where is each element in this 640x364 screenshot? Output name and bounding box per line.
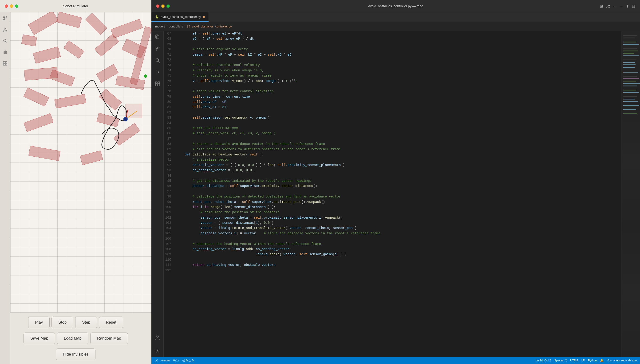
active-tab[interactable]: 🐍 avoid_obstacles_controller.py — [151, 12, 209, 22]
line-number: 105 — [164, 231, 176, 236]
line-number: 91 — [164, 157, 176, 162]
line-number: 97 — [164, 189, 176, 194]
hide-invisibles-button[interactable]: Hide Invisibles — [56, 348, 95, 360]
line-row: 78 # store values for next control itera… — [164, 89, 621, 94]
source-control-activity-icon[interactable] — [153, 44, 161, 52]
line-ending-status[interactable]: LF — [581, 359, 585, 362]
editor-maximize-button[interactable] — [166, 4, 170, 8]
svg-rect-16 — [28, 12, 59, 35]
svg-point-41 — [144, 74, 147, 78]
debug-activity-icon[interactable] — [153, 68, 161, 76]
line-content: linalg.scale( vector, self.sensor_gains[… — [176, 252, 621, 257]
svg-rect-14 — [3, 64, 5, 65]
line-content: sensor_pos, sensor_theta = self.proximit… — [176, 215, 621, 220]
language-mode[interactable]: Python — [588, 359, 597, 362]
line-content: omega = self.kP * eP + self.kI * eI + se… — [176, 52, 621, 57]
line-content: # initialize vector — [176, 157, 621, 162]
line-content: # calculate translational velocity — [176, 62, 621, 68]
line-number: 95 — [164, 178, 176, 184]
error-status[interactable]: ⓪ 0 △ 0 — [182, 358, 193, 362]
svg-rect-22 — [64, 40, 84, 58]
code-editor[interactable]: 67 eI = self.prev_eI + eP*dt 68 eD = ( e… — [164, 31, 621, 357]
search-activity-icon[interactable] — [153, 56, 161, 64]
git-icon[interactable] — [2, 15, 9, 22]
back-icon[interactable]: ← — [613, 4, 616, 8]
svg-rect-23 — [95, 34, 119, 56]
navigation-icon[interactable] — [2, 26, 9, 33]
svg-rect-30 — [24, 88, 49, 106]
editor-close-button[interactable] — [156, 4, 159, 8]
line-row: 107 # accumuate the heading vector withi… — [164, 242, 621, 246]
split-icon[interactable]: ⊞ — [600, 4, 603, 8]
cursor-position[interactable]: Ln 24, Col 2 — [536, 359, 551, 362]
editor-minimize-button[interactable] — [161, 4, 165, 8]
save-map-button[interactable]: Save Map — [24, 332, 55, 344]
line-content: obstacle_vectors = [ [ 0.0, 0.0 ] ] * le… — [176, 162, 621, 168]
stop-button[interactable]: Stop — [52, 316, 73, 328]
notifications-icon[interactable]: 🔔 — [600, 359, 603, 362]
editor-main: 67 eI = self.prev_eI + eP*dt 68 eD = ( e… — [151, 31, 640, 357]
explorer-icon[interactable] — [153, 33, 161, 41]
svg-rect-19 — [111, 19, 143, 38]
breadcrumb-models[interactable]: models — [155, 25, 165, 28]
step-button[interactable]: Step — [75, 316, 97, 328]
svg-rect-78 — [623, 99, 635, 99]
editor-minimap — [621, 31, 640, 357]
robot-icon[interactable] — [2, 49, 9, 56]
close-button[interactable] — [5, 4, 8, 8]
tab-label: avoid_obstacles_controller.py — [161, 15, 201, 18]
line-row: 94 — [164, 173, 621, 178]
playback-controls: Play Stop Step Reset — [28, 316, 123, 328]
line-row: 112 — [164, 268, 621, 273]
simulator-title: Sobot Rimulator — [63, 4, 88, 8]
source-control-icon[interactable]: ⎇ — [606, 4, 610, 8]
git-branch-label[interactable]: master — [161, 359, 170, 362]
play-button[interactable]: Play — [28, 316, 50, 328]
map-controls: Save Map Load Map Random Map — [24, 332, 128, 344]
line-content: ao_heading_vector = [ 0.0, 0.0 ] — [176, 168, 621, 173]
line-content — [176, 84, 621, 89]
grid-icon[interactable] — [2, 60, 9, 67]
line-row: 76 v = self.supervisor.v_max() / ( abs( … — [164, 78, 621, 84]
line-row: 88 # return a obstacle avoidance vector … — [164, 141, 621, 146]
svg-rect-54 — [158, 84, 160, 86]
svg-rect-20 — [21, 34, 37, 46]
line-number: 67 — [164, 31, 176, 36]
svg-point-48 — [156, 59, 158, 62]
line-row: 109 linalg.scale( vector, self.sensor_ga… — [164, 252, 621, 257]
svg-rect-18 — [85, 13, 107, 35]
svg-point-2 — [3, 19, 5, 20]
svg-rect-7 — [5, 51, 6, 52]
forward-icon[interactable]: → — [619, 4, 623, 8]
svg-rect-69 — [623, 72, 638, 72]
indentation-status[interactable]: Spaces: 2 — [554, 359, 567, 362]
git-branch-icon[interactable]: ⎇ — [155, 359, 158, 362]
line-number: 98 — [164, 194, 176, 199]
sync-status[interactable]: 0↓1↑ — [173, 359, 179, 362]
status-left: ⎇ master 0↓1↑ ⓪ 0 △ 0 — [155, 358, 193, 362]
svg-rect-67 — [623, 64, 635, 65]
encoding-status[interactable]: UTF-8 — [570, 359, 578, 362]
maximize-button[interactable] — [15, 4, 18, 8]
extensions-activity-icon[interactable] — [153, 80, 161, 88]
line-row: 93 ao_heading_vector = [ 0.0, 0.0 ] — [164, 168, 621, 173]
line-content: self.prev_eI = eI — [176, 104, 621, 110]
reset-button[interactable]: Reset — [99, 316, 123, 328]
account-activity-icon[interactable] — [153, 334, 161, 342]
settings-activity-icon[interactable] — [153, 347, 161, 355]
line-content — [176, 42, 621, 47]
svg-point-9 — [5, 52, 6, 53]
breadcrumb-controllers[interactable]: controllers — [169, 25, 183, 28]
breadcrumb-file[interactable]: avoid_obstacles_controller.py — [187, 25, 232, 28]
line-row: 72 — [164, 57, 621, 62]
search-icon[interactable] — [2, 38, 9, 44]
minimize-button[interactable] — [10, 4, 13, 8]
layout-icon[interactable]: ▦ — [632, 4, 635, 8]
random-map-button[interactable]: Random Map — [90, 332, 128, 344]
load-map-button[interactable]: Load Map — [57, 332, 88, 344]
open-file-icon[interactable]: ⬆ — [626, 4, 629, 8]
line-number: 80 — [164, 99, 176, 104]
line-number: 112 — [164, 268, 176, 273]
line-row: 95 # get the distances indicated by the … — [164, 178, 621, 184]
line-content: # self._print_vars( eP, eI, eD, v, omega… — [176, 131, 621, 136]
